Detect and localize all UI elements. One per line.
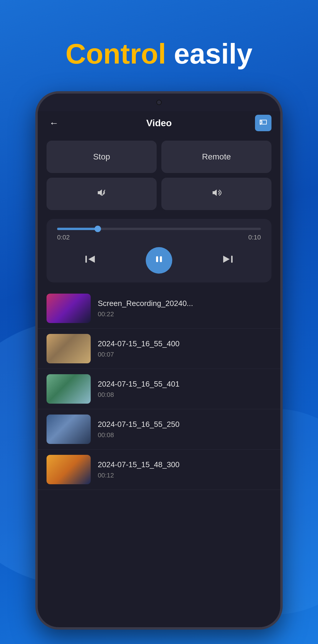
- video-duration: 00:08: [98, 391, 271, 399]
- controls-grid: Stop Remote: [38, 135, 280, 216]
- svg-rect-3: [156, 256, 158, 262]
- video-thumbnail: [47, 455, 91, 484]
- back-button[interactable]: ←: [47, 116, 61, 130]
- time-total: 0:10: [248, 234, 261, 241]
- video-item[interactable]: 2024-07-15_16_55_25000:08: [38, 409, 280, 450]
- stop-label: Stop: [93, 152, 110, 162]
- video-name: 2024-07-15_16_55_250: [98, 420, 271, 429]
- next-icon: [221, 253, 234, 268]
- pause-icon: [154, 254, 164, 267]
- progress-bar-track[interactable]: [57, 228, 261, 230]
- phone-frame: ← Video Stop Remo: [35, 91, 283, 630]
- player-card: 0:02 0:10: [47, 219, 271, 282]
- video-duration: 00:07: [98, 351, 271, 358]
- volume-up-button[interactable]: [161, 178, 271, 210]
- progress-thumb: [95, 226, 101, 232]
- pause-button[interactable]: [146, 247, 172, 274]
- video-item[interactable]: Screen_Recording_20240...00:22: [38, 288, 280, 329]
- video-duration: 00:08: [98, 431, 271, 439]
- previous-icon: [84, 253, 97, 268]
- volume-down-button[interactable]: [47, 178, 157, 210]
- svg-point-0: [260, 124, 261, 125]
- video-name: 2024-07-15_16_55_400: [98, 339, 271, 348]
- svg-rect-5: [231, 256, 233, 263]
- progress-bar-fill: [57, 228, 98, 230]
- previous-button[interactable]: [80, 250, 100, 271]
- video-info: 2024-07-15_15_48_30000:12: [98, 460, 271, 479]
- video-info: 2024-07-15_16_55_40000:07: [98, 339, 271, 358]
- video-thumbnail: [47, 415, 91, 444]
- video-item[interactable]: 2024-07-15_16_55_40100:08: [38, 369, 280, 409]
- volume-down-icon: [96, 187, 107, 201]
- video-list: Screen_Recording_20240...00:222024-07-15…: [38, 288, 280, 496]
- app-header: ← Video: [38, 111, 280, 135]
- remote-label: Remote: [202, 152, 231, 162]
- cast-button[interactable]: [255, 115, 271, 131]
- video-name: 2024-07-15_15_48_300: [98, 460, 271, 469]
- video-info: 2024-07-15_16_55_25000:08: [98, 420, 271, 439]
- hero-white-easily: easily: [174, 38, 253, 69]
- video-duration: 00:12: [98, 472, 271, 479]
- video-name: 2024-07-15_16_55_401: [98, 380, 271, 389]
- stop-button[interactable]: Stop: [47, 141, 157, 173]
- player-controls: [57, 247, 261, 274]
- time-row: 0:02 0:10: [57, 234, 261, 241]
- video-name: Screen_Recording_20240...: [98, 299, 271, 308]
- next-button[interactable]: [218, 250, 238, 271]
- video-item[interactable]: 2024-07-15_16_55_40000:07: [38, 329, 280, 369]
- hero-title: Control easily: [0, 38, 318, 69]
- header-title: Video: [146, 118, 172, 129]
- phone-camera: [156, 100, 162, 105]
- phone-top-bar: [38, 94, 280, 111]
- video-item[interactable]: 2024-07-15_15_48_30000:12: [38, 450, 280, 490]
- back-arrow-icon: ←: [49, 118, 59, 129]
- svg-rect-2: [85, 256, 87, 263]
- video-info: 2024-07-15_16_55_40100:08: [98, 380, 271, 399]
- video-info: Screen_Recording_20240...00:22: [98, 299, 271, 318]
- volume-up-icon: [211, 187, 222, 201]
- cast-icon: [259, 118, 267, 128]
- video-thumbnail: [47, 294, 91, 323]
- svg-rect-4: [160, 256, 162, 262]
- video-duration: 00:22: [98, 310, 271, 318]
- remote-button[interactable]: Remote: [161, 141, 271, 173]
- time-current: 0:02: [57, 234, 70, 241]
- screen: ← Video Stop Remo: [38, 111, 280, 627]
- hero-yellow-word: Control: [66, 38, 166, 69]
- video-thumbnail: [47, 374, 91, 404]
- video-thumbnail: [47, 334, 91, 363]
